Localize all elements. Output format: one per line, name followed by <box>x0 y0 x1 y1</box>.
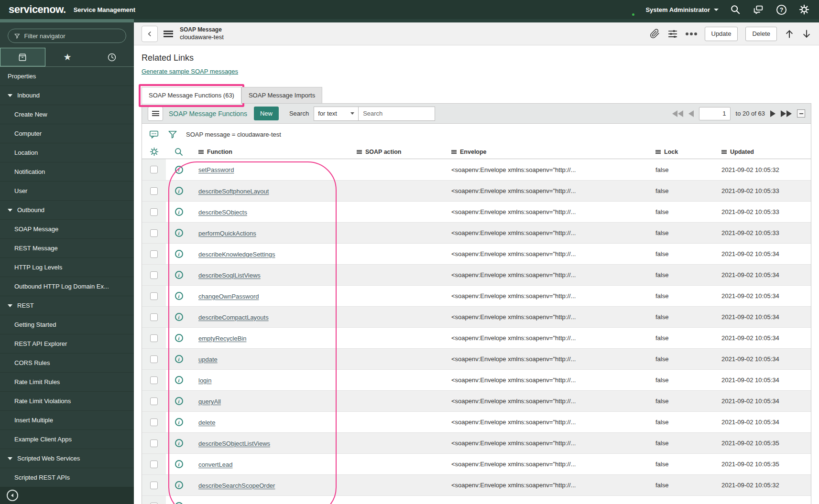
function-link[interactable]: delete <box>192 419 215 426</box>
row-checkbox[interactable] <box>150 397 158 405</box>
function-link[interactable]: describeSObjects <box>192 209 247 216</box>
help-icon[interactable]: ? <box>775 3 787 16</box>
tab-favorites[interactable]: ★ <box>45 48 90 66</box>
filter-navigator[interactable] <box>8 29 126 43</box>
info-icon[interactable]: i <box>175 460 183 468</box>
sidebar-item-example-client-apps[interactable]: Example Client Apps <box>0 430 134 449</box>
info-icon[interactable]: i <box>175 481 183 489</box>
sidebar-item-user[interactable]: User <box>0 182 134 201</box>
sidebar-item-rate-limit-rules[interactable]: Rate Limit Rules <box>0 373 134 392</box>
column-header-function[interactable]: Function <box>192 149 350 155</box>
sidebar-item-rest-message[interactable]: REST Message <box>0 239 134 258</box>
row-checkbox[interactable] <box>150 229 158 237</box>
first-page-icon[interactable] <box>672 110 683 117</box>
tab-soap-message-functions[interactable]: SOAP Message Functions (63) <box>142 87 241 104</box>
info-icon[interactable]: i <box>175 355 183 363</box>
function-link[interactable]: describeSearchScopeOrder <box>192 482 275 489</box>
info-icon[interactable]: i <box>175 166 183 174</box>
search-type-select[interactable]: for text <box>314 107 359 121</box>
sidebar-item-getting-started[interactable]: Getting Started <box>0 315 134 334</box>
sidebar-item-location[interactable]: Location <box>0 143 134 162</box>
info-icon[interactable]: i <box>175 397 183 405</box>
list-context-menu-button[interactable] <box>148 107 163 121</box>
function-link[interactable]: performQuickActions <box>192 230 256 237</box>
info-icon[interactable]: i <box>175 271 183 279</box>
function-link[interactable]: queryAll <box>192 398 221 405</box>
info-icon[interactable]: i <box>175 334 183 342</box>
delete-button[interactable]: Delete <box>745 27 777 41</box>
function-link[interactable]: emptyRecycleBin <box>192 335 246 342</box>
row-checkbox[interactable] <box>150 355 158 363</box>
column-header-updated[interactable]: Updated <box>715 149 811 155</box>
sidebar-item-rest-api-explorer[interactable]: REST API Explorer <box>0 334 134 354</box>
servicenow-logo[interactable]: servicenow. <box>9 3 66 16</box>
function-link[interactable]: describeSoqlListViews <box>192 272 261 279</box>
settings-gear-icon[interactable] <box>798 3 810 16</box>
row-checkbox[interactable] <box>150 166 158 173</box>
sidebar-item-create-new[interactable]: Create New <box>0 105 134 124</box>
form-context-menu-icon[interactable] <box>164 31 173 37</box>
sidebar-item-cors-rules[interactable]: CORS Rules <box>0 354 134 373</box>
generate-sample-soap-messages-link[interactable]: Generate sample SOAP messages <box>142 68 238 75</box>
sidebar-item-rate-limit-violations[interactable]: Rate Limit Violations <box>0 392 134 411</box>
row-checkbox[interactable] <box>150 503 158 504</box>
sidebar-item-computer[interactable]: Computer <box>0 124 134 143</box>
comments-bubble-icon[interactable] <box>149 129 159 139</box>
info-icon[interactable]: i <box>175 229 183 237</box>
function-link[interactable]: describeKnowledgeSettings <box>192 251 275 258</box>
sidebar-item-soap-message[interactable]: SOAP Message <box>0 220 134 239</box>
last-page-icon[interactable] <box>781 110 792 117</box>
page-number-input[interactable] <box>699 107 731 120</box>
sidebar-item-notification[interactable]: Notification <box>0 162 134 182</box>
row-checkbox[interactable] <box>150 418 158 426</box>
sidebar-item-outbound-http-log-domain-ex[interactable]: Outbound HTTP Log Domain Ex... <box>0 277 134 296</box>
tab-history[interactable] <box>89 48 134 66</box>
new-button[interactable]: New <box>254 107 279 120</box>
search-icon[interactable] <box>729 3 742 16</box>
back-button[interactable] <box>142 26 158 42</box>
info-icon[interactable]: i <box>175 208 183 216</box>
tab-soap-message-imports[interactable]: SOAP Message Imports <box>241 87 322 103</box>
function-link[interactable]: describeCompactLayouts <box>192 314 269 321</box>
row-checkbox[interactable] <box>150 292 158 300</box>
row-checkbox[interactable] <box>150 461 158 468</box>
function-link[interactable]: describeSObjectListViews <box>192 440 270 447</box>
collapse-sidebar-icon[interactable] <box>7 490 18 501</box>
filter-funnel-icon[interactable] <box>168 129 177 139</box>
function-link[interactable]: changeOwnPassword <box>192 293 259 300</box>
row-checkbox[interactable] <box>150 271 158 279</box>
column-header-lock[interactable]: Lock <box>649 149 715 155</box>
info-icon[interactable]: i <box>175 187 183 195</box>
list-search-input[interactable] <box>359 107 435 121</box>
function-link[interactable]: login <box>192 377 211 384</box>
info-icon[interactable]: i <box>175 502 183 504</box>
sidebar-item-http-log-levels[interactable]: HTTP Log Levels <box>0 258 134 277</box>
function-link[interactable]: convertLead <box>192 461 233 468</box>
info-icon[interactable]: i <box>175 418 183 426</box>
sidebar-item-rest[interactable]: REST <box>0 296 134 315</box>
row-checkbox[interactable] <box>150 250 158 258</box>
sidebar-item-scripted-rest-apis[interactable]: Scripted REST APIs <box>0 468 134 487</box>
column-header-soap-action[interactable]: SOAP action <box>350 149 445 155</box>
personalize-form-sliders-icon[interactable] <box>667 29 678 39</box>
function-link[interactable]: describeSoftphoneLayout <box>192 188 269 195</box>
column-search-icon[interactable] <box>166 147 192 157</box>
row-checkbox[interactable] <box>150 313 158 321</box>
previous-page-icon[interactable] <box>688 110 694 117</box>
next-page-icon[interactable] <box>770 110 775 117</box>
update-button[interactable]: Update <box>705 27 738 41</box>
info-icon[interactable]: i <box>175 313 183 321</box>
row-checkbox[interactable] <box>150 440 158 447</box>
sidebar-item-inbound[interactable]: Inbound <box>0 86 134 105</box>
connect-chat-icon[interactable] <box>752 3 764 16</box>
user-menu[interactable]: System Administrator <box>645 6 719 13</box>
info-icon[interactable]: i <box>175 292 183 300</box>
row-checkbox[interactable] <box>150 208 158 216</box>
row-checkbox[interactable] <box>150 187 158 195</box>
filter-navigator-input[interactable] <box>24 32 120 40</box>
avatar[interactable] <box>622 3 635 16</box>
sidebar-item-scripted-web-services[interactable]: Scripted Web Services <box>0 449 134 468</box>
sidebar-item-outbound[interactable]: Outbound <box>0 201 134 220</box>
row-checkbox[interactable] <box>150 376 158 384</box>
minimize-list-icon[interactable] <box>797 109 805 118</box>
